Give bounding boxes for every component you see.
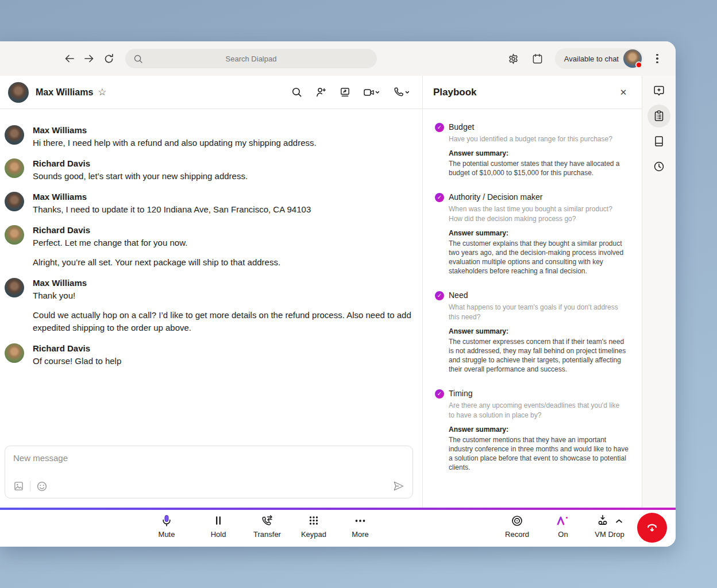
attach-image-button[interactable] [13, 481, 24, 492]
rail-notes-button[interactable] [647, 130, 670, 153]
keypad-button[interactable]: Keypad [291, 513, 337, 543]
transfer-button[interactable]: Transfer [241, 513, 293, 543]
composer-placeholder: New message [13, 453, 404, 463]
settings-button[interactable] [503, 48, 524, 69]
phone-icon [393, 87, 410, 98]
message-text: Hi there, I need help with a refund and … [33, 137, 413, 149]
playbook-panel: Playbook ✕ Budget Have you identified a … [423, 76, 642, 508]
end-call-button[interactable] [637, 513, 667, 543]
message-group: Richard Davis Of course! Glad to help [5, 342, 413, 368]
toolbar-right-cluster: Available to chat [503, 48, 668, 69]
check-circle-icon [435, 123, 444, 132]
rail-playbook-button[interactable] [647, 105, 670, 127]
mute-button[interactable]: Mute [144, 513, 190, 543]
chat-header: Max Williams ☆ [0, 76, 422, 109]
send-button[interactable] [392, 480, 404, 492]
video-call-button[interactable] [359, 83, 384, 102]
ai-badge-icon [653, 84, 665, 97]
vm-drop-label: VM Drop [595, 530, 624, 539]
avatar-richard-davis[interactable] [5, 158, 24, 178]
playbook-section-timing[interactable]: Timing Are there any upcoming events/dea… [435, 388, 630, 472]
message-sender: Richard Davis [33, 224, 413, 237]
more-button[interactable]: More [337, 513, 383, 543]
message-composer[interactable]: New message [5, 446, 413, 498]
composer-toolbar [13, 480, 404, 492]
add-person-button[interactable] [311, 83, 330, 102]
ai-toggle-label: On [558, 530, 568, 539]
favorite-star-icon[interactable]: ☆ [98, 86, 106, 98]
message-text: Thank you! [33, 289, 413, 302]
check-circle-icon [435, 389, 444, 399]
message-sender: Richard Davis [33, 342, 413, 355]
message-group: Max Williams Thanks, I need to update it… [5, 191, 413, 216]
message-group: Richard Davis Perfect. Let me change tha… [5, 224, 413, 269]
playbook-section-budget[interactable]: Budget Have you identified a budget rang… [435, 122, 630, 177]
ai-toggle-button[interactable]: On [543, 513, 583, 543]
screen-share-button[interactable] [335, 83, 354, 102]
calendar-icon [531, 53, 543, 65]
avatar-richard-davis[interactable] [5, 225, 24, 245]
call-control-bar: Mute Hold Transfer [0, 508, 676, 547]
section-title: Authority / Decision maker [449, 192, 630, 202]
kebab-icon [656, 54, 658, 64]
forward-button[interactable] [79, 49, 99, 68]
voicemail-drop-icon [596, 514, 611, 528]
image-icon [13, 481, 24, 492]
record-button[interactable]: Record [494, 513, 540, 543]
reload-button[interactable] [99, 49, 118, 68]
gear-icon [507, 53, 519, 65]
calendar-button[interactable] [527, 48, 548, 69]
avatar-max-williams[interactable] [5, 125, 24, 145]
answer-summary-label: Answer summary: [449, 229, 630, 238]
answer-summary-text: The customer explains that they bought a… [449, 239, 630, 276]
main-content: Max Williams ☆ [0, 76, 676, 508]
top-toolbar: Search Dialpad Available to chat [0, 41, 676, 76]
availability-status-label: Available to chat [564, 55, 619, 63]
global-search-input[interactable]: Search Dialpad [125, 49, 377, 68]
send-icon [392, 480, 404, 492]
hold-button[interactable]: Hold [195, 513, 241, 543]
answer-summary-text: The customer mentions that they have an … [449, 435, 630, 472]
message-text: Could we actually hop on a call? I’d lik… [33, 309, 413, 334]
rail-history-button[interactable] [647, 155, 670, 178]
keypad-icon [307, 514, 321, 528]
message-text: Perfect. Let me change that for you now. [33, 237, 413, 249]
call-button[interactable] [389, 83, 414, 102]
screen-share-icon [339, 86, 351, 98]
section-question: What happens to your team's goals if you… [449, 303, 630, 322]
reload-icon [103, 53, 115, 65]
playbook-section-need[interactable]: Need What happens to your team's goals i… [435, 290, 630, 374]
overflow-menu-button[interactable] [647, 48, 668, 69]
vm-drop-button[interactable]: VM Drop [583, 513, 636, 543]
message-sender: Max Williams [33, 191, 413, 203]
answer-summary-label: Answer summary: [449, 425, 630, 434]
back-button[interactable] [60, 49, 79, 68]
answer-summary-text: The potential customer states that they … [449, 159, 630, 177]
answer-summary-text: The customer expresses concern that if t… [449, 337, 630, 374]
pause-icon [211, 514, 225, 528]
clock-icon [653, 160, 665, 173]
playbook-section-authority[interactable]: Authority / Decision maker When was the … [435, 192, 630, 276]
answer-summary-label: Answer summary: [449, 149, 630, 158]
right-rail [642, 76, 676, 508]
availability-status[interactable]: Available to chat [555, 48, 643, 69]
contact-name: Max Williams [36, 87, 93, 98]
emoji-button[interactable] [36, 481, 48, 492]
composer-divider [30, 481, 30, 492]
avatar-max-williams[interactable] [5, 278, 24, 297]
avatar-richard-davis[interactable] [5, 343, 24, 363]
contact-avatar[interactable] [8, 82, 29, 103]
chat-search-button[interactable] [287, 83, 306, 102]
chat-header-actions [287, 83, 414, 102]
message-group: Max Williams Thank you! Could we actuall… [5, 277, 413, 334]
message-sender: Max Williams [33, 277, 413, 289]
check-circle-icon [435, 291, 444, 300]
chevron-up-icon [615, 519, 623, 524]
section-question: When was the last time you bought a simi… [449, 204, 630, 224]
rail-ai-assist-button[interactable] [647, 79, 670, 102]
clipboard-checklist-icon [653, 110, 665, 122]
close-icon[interactable]: ✕ [615, 84, 631, 100]
user-avatar[interactable] [623, 49, 642, 68]
avatar-max-williams[interactable] [5, 192, 24, 211]
section-title: Timing [449, 388, 630, 399]
